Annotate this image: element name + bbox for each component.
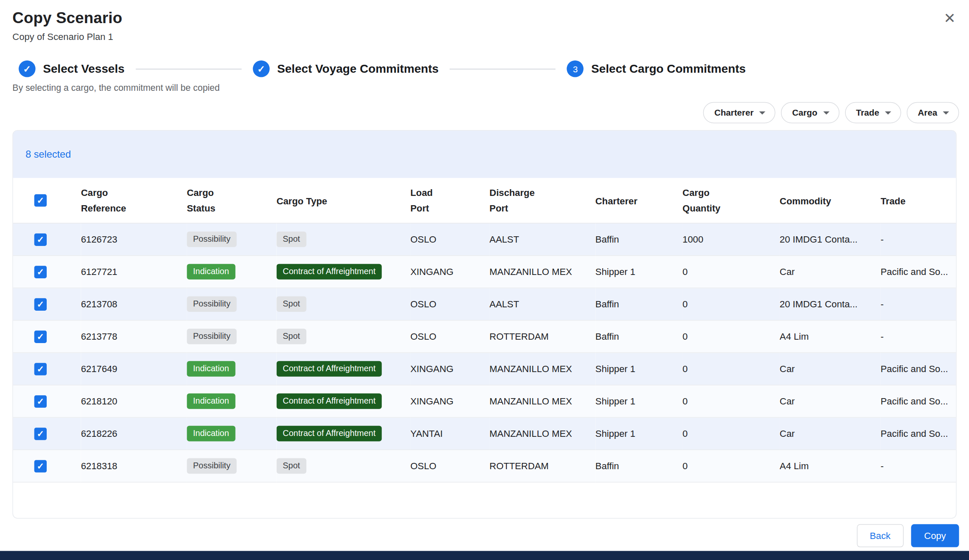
back-button[interactable]: Back [857,524,904,547]
copy-button[interactable]: Copy [911,524,959,547]
filter-label: Charterer [714,108,753,118]
status-badge: Possibility [187,296,237,312]
cell-load-port: XINGANG [410,256,490,288]
cell-cargo-status: Indication [187,385,276,417]
check-icon: ✓ [37,365,44,373]
cell-trade: Pacific and So... [881,353,956,385]
cell-cargo-quantity: 0 [683,417,780,450]
cell-commodity: 20 IMDG1 Conta... [780,223,881,256]
cell-charterer: Baffin [596,450,683,482]
close-button[interactable]: ✕ [939,8,960,29]
cell-cargo-reference: 6127721 [81,256,187,288]
col-cargo-reference: Cargo Reference [81,178,187,223]
cell-trade: - [881,450,956,482]
cell-discharge-port: AALST [490,288,596,320]
cell-cargo-quantity: 0 [683,450,780,482]
row-checkbox[interactable]: ✓ [34,330,47,343]
status-badge: Possibility [187,329,237,344]
cell-discharge-port: MANZANILLO MEX [490,417,596,450]
step-select-voyage-commitments[interactable]: ✓ Select Voyage Commitments [253,61,439,77]
table-row[interactable]: ✓ 6126723 Possibility Spot OSLO AALST Ba… [13,223,956,256]
cell-cargo-reference: 6218226 [81,417,187,450]
table-row[interactable]: ✓ 6127721 Indication Contract of Affreig… [13,256,956,288]
row-checkbox[interactable]: ✓ [34,266,47,278]
select-all-checkbox[interactable]: ✓ [34,194,47,207]
cell-discharge-port: ROTTERDAM [490,450,596,482]
cell-load-port: XINGANG [410,353,490,385]
cell-cargo-quantity: 0 [683,353,780,385]
cell-cargo-reference: 6218318 [81,450,187,482]
table-row[interactable]: ✓ 6218226 Indication Contract of Affreig… [13,417,956,450]
cell-cargo-type: Contract of Affreightment [276,353,410,385]
cell-charterer: Baffin [596,288,683,320]
check-icon: ✓ [37,300,44,309]
cargo-type-badge: Contract of Affreightment [276,361,381,377]
cell-load-port: OSLO [410,288,490,320]
cell-cargo-quantity: 0 [683,320,780,353]
cell-discharge-port: MANZANILLO MEX [490,385,596,417]
check-icon: ✓ [257,63,265,74]
cell-cargo-type: Spot [276,450,410,482]
dialog-subtitle: Copy of Scenario Plan 1 [13,31,957,42]
status-badge: Possibility [187,232,237,247]
cell-cargo-type: Spot [276,320,410,353]
cell-commodity: Car [780,256,881,288]
col-trade: Trade [881,178,956,223]
cell-cargo-status: Possibility [187,288,276,320]
filter-cargo[interactable]: Cargo [781,102,839,123]
dialog-title: Copy Scenario [13,9,957,27]
step-complete-icon: ✓ [253,61,270,77]
cell-discharge-port: MANZANILLO MEX [490,256,596,288]
cell-trade: Pacific and So... [881,417,956,450]
status-badge: Possibility [187,458,237,474]
cell-commodity: A4 Lim [780,450,881,482]
table-row[interactable]: ✓ 6213708 Possibility Spot OSLO AALST Ba… [13,288,956,320]
filter-charterer[interactable]: Charterer [703,102,776,123]
step-select-vessels[interactable]: ✓ Select Vessels [19,61,124,77]
cell-cargo-quantity: 0 [683,256,780,288]
row-checkbox[interactable]: ✓ [34,298,47,311]
table-row[interactable]: ✓ 6218120 Indication Contract of Affreig… [13,385,956,417]
cell-cargo-type: Spot [276,288,410,320]
cell-commodity: Car [780,417,881,450]
status-badge: Indication [187,394,235,409]
row-checkbox[interactable]: ✓ [34,395,47,408]
filter-label: Area [918,108,937,118]
selection-count: 8 selected [26,149,71,160]
cell-trade: - [881,223,956,256]
cell-charterer: Shipper 1 [596,385,683,417]
cell-cargo-status: Indication [187,417,276,450]
chevron-down-icon [943,111,949,114]
cell-discharge-port: ROTTERDAM [490,320,596,353]
step-complete-icon: ✓ [19,61,35,77]
cell-cargo-status: Possibility [187,450,276,482]
col-charterer: Charterer [596,178,683,223]
row-checkbox[interactable]: ✓ [34,233,47,246]
cell-cargo-type: Contract of Affreightment [276,256,410,288]
cell-charterer: Shipper 1 [596,256,683,288]
row-checkbox[interactable]: ✓ [34,363,47,375]
cargo-table: ✓ Cargo Reference Cargo Status Cargo Typ… [13,178,956,482]
close-icon: ✕ [944,10,956,26]
stepper: ✓ Select Vessels ✓ Select Voyage Commitm… [19,61,956,77]
cell-load-port: YANTAI [410,417,490,450]
check-icon: ✓ [37,462,44,470]
col-cargo-status: Cargo Status [187,178,276,223]
bottom-bar [0,551,969,560]
copy-scenario-dialog: Copy Scenario Copy of Scenario Plan 1 ✕ … [0,0,969,560]
table-row[interactable]: ✓ 6217649 Indication Contract of Affreig… [13,353,956,385]
table-row[interactable]: ✓ 6218318 Possibility Spot OSLO ROTTERDA… [13,450,956,482]
filter-trade[interactable]: Trade [845,102,901,123]
cell-trade: Pacific and So... [881,385,956,417]
col-load-port: Load Port [410,178,490,223]
cell-cargo-status: Indication [187,353,276,385]
filter-area[interactable]: Area [907,102,959,123]
row-checkbox[interactable]: ✓ [34,460,47,473]
col-cargo-quantity: Cargo Quantity [683,178,780,223]
table-row[interactable]: ✓ 6213778 Possibility Spot OSLO ROTTERDA… [13,320,956,353]
row-checkbox[interactable]: ✓ [34,428,47,440]
cell-cargo-reference: 6126723 [81,223,187,256]
step-connector [450,68,556,69]
step-select-cargo-commitments[interactable]: 3 Select Cargo Commitments [567,61,746,77]
cell-charterer: Shipper 1 [596,353,683,385]
